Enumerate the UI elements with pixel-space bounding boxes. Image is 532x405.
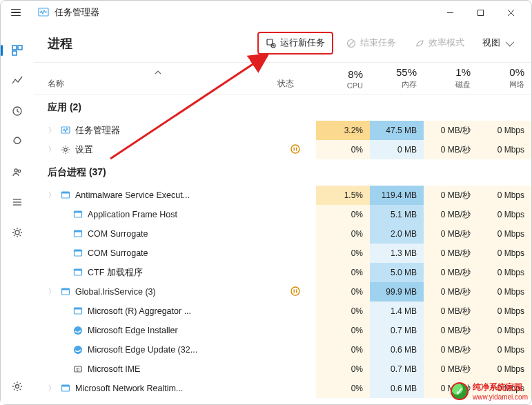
process-row[interactable]: Microsoft (R) Aggregator ...0%1.4 MB0 MB… bbox=[34, 302, 531, 321]
cpu-cell: 0% bbox=[316, 224, 370, 244]
process-icon: 中 bbox=[72, 364, 83, 375]
process-row[interactable]: CTF 加载程序0%5.0 MB0 MB/秒0 Mbps bbox=[34, 263, 531, 282]
process-row[interactable]: 〉Microsoft Network Realtim...0%0.6 MB0 M… bbox=[34, 379, 531, 398]
cpu-cell: 0% bbox=[316, 321, 370, 340]
process-row[interactable]: 〉Global.IrisService (3)0%99.9 MB0 MB/秒0 … bbox=[34, 282, 531, 302]
memory-cell: 0.7 MB bbox=[370, 321, 424, 340]
cpu-cell: 0% bbox=[316, 205, 370, 224]
column-status[interactable]: 状态 bbox=[275, 63, 316, 94]
minimize-button[interactable] bbox=[435, 2, 465, 23]
process-row[interactable]: COM Surrogate0%2.0 MB0 MB/秒0 Mbps bbox=[34, 224, 531, 244]
nav-services[interactable] bbox=[10, 226, 24, 239]
task-manager-icon bbox=[38, 7, 49, 18]
nav-rail bbox=[1, 24, 34, 404]
process-row[interactable]: 〉设置0%0 MB0 MB/秒0 Mbps bbox=[34, 140, 531, 159]
process-row[interactable]: Microsoft Edge Update (32...0%0.6 MB0 MB… bbox=[34, 340, 531, 359]
run-new-task-button[interactable]: 运行新任务 bbox=[257, 32, 333, 55]
svg-point-15 bbox=[16, 385, 19, 388]
svg-rect-38 bbox=[62, 288, 70, 290]
svg-point-14 bbox=[15, 230, 19, 235]
group-background: 后台进程 (37) bbox=[34, 159, 531, 186]
network-cell: 0 Mbps bbox=[477, 321, 531, 340]
network-cell: 0 Mbps bbox=[477, 140, 531, 159]
nav-processes[interactable] bbox=[10, 43, 24, 57]
column-memory[interactable]: 55%内存 bbox=[370, 63, 424, 94]
chevron-right-icon[interactable]: 〉 bbox=[48, 384, 56, 393]
chevron-right-icon[interactable]: 〉 bbox=[48, 190, 56, 200]
network-cell: 0 Mbps bbox=[477, 205, 531, 224]
memory-cell: 1.3 MB bbox=[370, 244, 424, 263]
chevron-right-icon[interactable]: 〉 bbox=[48, 126, 56, 135]
process-status bbox=[275, 286, 316, 298]
network-cell: 0 Mbps bbox=[477, 359, 531, 379]
memory-cell: 99.9 MB bbox=[370, 282, 424, 302]
process-row[interactable]: COM Surrogate0%1.3 MB0 MB/秒0 Mbps bbox=[34, 244, 531, 263]
nav-performance[interactable] bbox=[10, 74, 24, 88]
process-row[interactable]: 〉任务管理器3.2%47.5 MB0 MB/秒0 Mbps bbox=[34, 121, 531, 140]
close-button[interactable] bbox=[495, 2, 526, 23]
process-icon bbox=[72, 344, 83, 355]
process-icon bbox=[60, 125, 71, 136]
column-cpu[interactable]: 8%CPU bbox=[316, 63, 370, 94]
disk-cell: 0 MB/秒 bbox=[424, 224, 477, 244]
nav-users[interactable] bbox=[10, 165, 24, 179]
group-apps: 应用 (2) bbox=[34, 95, 531, 121]
svg-point-44 bbox=[74, 326, 82, 335]
network-cell: 0 Mbps bbox=[477, 224, 531, 244]
network-cell: 0 Mbps bbox=[477, 186, 531, 205]
process-name: Microsoft Edge Installer bbox=[88, 326, 178, 335]
process-name: 设置 bbox=[75, 144, 93, 156]
run-task-icon bbox=[266, 38, 276, 48]
process-name: Microsoft Edge Update (32... bbox=[88, 345, 197, 355]
process-row[interactable]: Application Frame Host0%5.1 MB0 MB/秒0 Mb… bbox=[34, 205, 531, 224]
process-name: Global.IrisService (3) bbox=[75, 287, 156, 297]
process-row[interactable]: Microsoft Edge Installer0%0.7 MB0 MB/秒0 … bbox=[34, 321, 531, 340]
titlebar: 任务管理器 bbox=[1, 1, 531, 24]
process-row[interactable]: 〉Antimalware Service Execut...1.5%119.4 … bbox=[34, 186, 531, 205]
maximize-button[interactable] bbox=[465, 2, 495, 23]
nav-startup[interactable] bbox=[10, 135, 24, 148]
column-network[interactable]: 0%网络 bbox=[477, 63, 531, 94]
disk-cell: 0 MB/秒 bbox=[424, 321, 477, 340]
process-name: Antimalware Service Execut... bbox=[75, 190, 190, 200]
svg-point-10 bbox=[18, 170, 21, 172]
nav-details[interactable] bbox=[10, 195, 24, 209]
hamburger-menu-button[interactable] bbox=[6, 4, 26, 21]
svg-point-39 bbox=[291, 287, 299, 295]
memory-cell: 0 MB bbox=[370, 140, 424, 159]
chevron-right-icon[interactable]: 〉 bbox=[48, 287, 56, 297]
svg-text:中: 中 bbox=[76, 368, 80, 372]
network-cell: 0 Mbps bbox=[477, 244, 531, 263]
cpu-cell: 3.2% bbox=[316, 121, 370, 140]
disk-cell: 0 MB/秒 bbox=[424, 186, 477, 205]
process-name: CTF 加载程序 bbox=[88, 267, 143, 279]
process-row[interactable]: 中Microsoft IME0%0.7 MB0 MB/秒0 Mbps bbox=[34, 359, 531, 379]
end-task-icon bbox=[346, 38, 356, 48]
svg-line-21 bbox=[348, 41, 353, 46]
view-dropdown[interactable]: 视图 bbox=[477, 34, 518, 52]
column-name[interactable]: 名称 bbox=[34, 63, 275, 94]
column-header: 名称 状态 8%CPU 55%内存 1%磁盘 0%网络 bbox=[34, 63, 531, 95]
svg-rect-49 bbox=[62, 385, 70, 387]
toolbar: 进程 运行新任务 结束任务 效率模式 视图 bbox=[34, 24, 531, 63]
svg-rect-5 bbox=[12, 46, 17, 50]
end-task-button[interactable]: 结束任务 bbox=[340, 34, 402, 52]
process-name: Microsoft Network Realtim... bbox=[75, 384, 183, 393]
nav-settings[interactable] bbox=[10, 379, 24, 393]
process-name: Microsoft IME bbox=[88, 364, 140, 374]
process-name: COM Surrogate bbox=[88, 229, 148, 239]
svg-rect-36 bbox=[75, 269, 82, 271]
process-list[interactable]: 应用 (2)〉任务管理器3.2%47.5 MB0 MB/秒0 Mbps〉设置0%… bbox=[34, 95, 531, 404]
column-disk[interactable]: 1%磁盘 bbox=[424, 63, 477, 94]
efficiency-mode-button[interactable]: 效率模式 bbox=[408, 34, 470, 52]
network-cell: 0 Mbps bbox=[477, 121, 531, 140]
process-icon bbox=[60, 144, 71, 155]
memory-cell: 47.5 MB bbox=[370, 121, 424, 140]
disk-cell: 0 MB/秒 bbox=[424, 359, 477, 379]
nav-app-history[interactable] bbox=[10, 104, 24, 118]
svg-rect-34 bbox=[75, 250, 82, 252]
chevron-right-icon[interactable]: 〉 bbox=[48, 145, 56, 155]
process-name: 任务管理器 bbox=[75, 125, 120, 137]
disk-cell: 0 MB/秒 bbox=[424, 302, 477, 321]
window-title: 任务管理器 bbox=[55, 7, 99, 19]
